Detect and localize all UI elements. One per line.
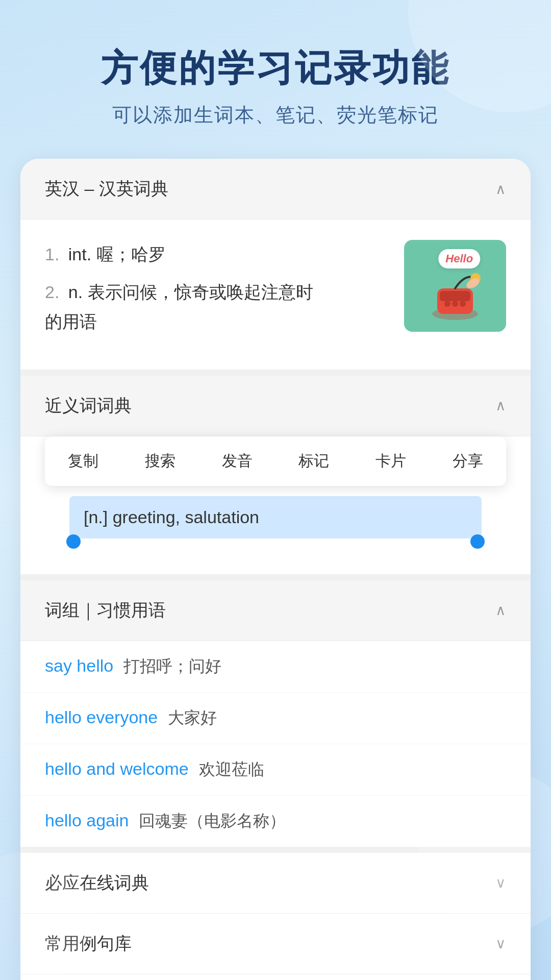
dictionary-section-title: 英汉 – 汉英词典 [45, 177, 168, 201]
phrase-en-4: hello again [45, 811, 129, 830]
context-menu-pronounce[interactable]: 发音 [198, 447, 276, 476]
selected-text: [n.] greeting, salutation [84, 507, 259, 527]
hello-image: Hello [404, 240, 506, 332]
phrases-chevron-icon: ∧ [495, 602, 506, 619]
phrase-zh-1: 打招呼；问好 [123, 655, 221, 678]
def-num-2: 2. [45, 282, 59, 302]
dictionary-chevron-icon: ∧ [495, 181, 506, 198]
changyonglijuku-header[interactable]: 常用例句库 ∨ [20, 914, 531, 974]
changyonglijuku-section: 常用例句库 ∨ [20, 914, 531, 974]
speech-bubble: Hello [438, 249, 480, 268]
phrase-en-1: say hello [45, 656, 113, 676]
def-num-1: 1. [45, 244, 59, 264]
svg-point-4 [452, 301, 458, 307]
definition-item-2: 2. n. 表示问候，惊奇或唤起注意时的用语 [45, 278, 389, 337]
svg-point-5 [460, 301, 466, 307]
context-menu-search[interactable]: 搜索 [122, 447, 199, 476]
synonym-section-title: 近义词词典 [45, 394, 132, 418]
definition-section: 1. int. 喔；哈罗 2. n. 表示问候，惊奇或唤起注意时的用语 Hell… [20, 219, 531, 375]
phrase-zh-3: 欢迎莅临 [199, 758, 264, 781]
dictionary-section-header[interactable]: 英汉 – 汉英词典 ∧ [20, 159, 531, 219]
selected-text-block: [n.] greeting, salutation [69, 496, 482, 538]
changyonglijuku-chevron-icon: ∨ [495, 935, 506, 952]
phrases-section-header[interactable]: 词组｜习惯用语 ∧ [20, 580, 531, 641]
svg-point-3 [444, 301, 450, 307]
def-type-2: n. [68, 282, 88, 302]
phrase-zh-4: 回魂妻（电影名称） [139, 810, 286, 832]
def-meaning-1: 喔；哈罗 [96, 244, 166, 264]
selected-text-container: [n.] greeting, salutation [20, 486, 531, 574]
phone-illustration: Hello [404, 240, 506, 332]
context-menu: 复制 搜索 发音 标记 卡片 分享 [45, 436, 506, 486]
phrase-en-2: hello everyone [45, 707, 158, 727]
context-menu-card[interactable]: 卡片 [353, 447, 430, 476]
definition-text: 1. int. 喔；哈罗 2. n. 表示问候，惊奇或唤起注意时的用语 [45, 240, 404, 345]
def-type-1: int. [68, 244, 96, 264]
phrase-en-3: hello and welcome [45, 759, 189, 779]
tingli-section-header[interactable]: 听力原声例句 + [20, 974, 531, 980]
page-subtitle: 可以添加生词本、笔记、荧光笔标记 [31, 102, 520, 128]
selection-handle-left [66, 534, 81, 549]
synonym-section: 近义词词典 ∧ 复制 搜索 发音 标记 卡片 分享 [n.] greeting,… [20, 376, 531, 580]
context-menu-mark[interactable]: 标记 [276, 447, 353, 476]
definition-item-1: 1. int. 喔；哈罗 [45, 240, 389, 270]
tingli-section: 听力原声例句 + [20, 974, 531, 980]
synonym-section-header[interactable]: 近义词词典 ∧ [20, 376, 531, 436]
selection-handle-right [470, 534, 485, 549]
phrases-section-title: 词组｜习惯用语 [45, 599, 166, 622]
phrase-zh-2: 大家好 [168, 707, 217, 729]
synonym-chevron-icon: ∧ [495, 397, 506, 414]
phrase-item-1[interactable]: say hello 打招呼；问好 [20, 641, 531, 693]
context-menu-share[interactable]: 分享 [429, 447, 506, 476]
phrase-item-2[interactable]: hello everyone 大家好 [20, 693, 531, 744]
svg-rect-2 [440, 291, 470, 301]
context-menu-copy[interactable]: 复制 [45, 447, 122, 476]
phone-svg [424, 263, 486, 324]
